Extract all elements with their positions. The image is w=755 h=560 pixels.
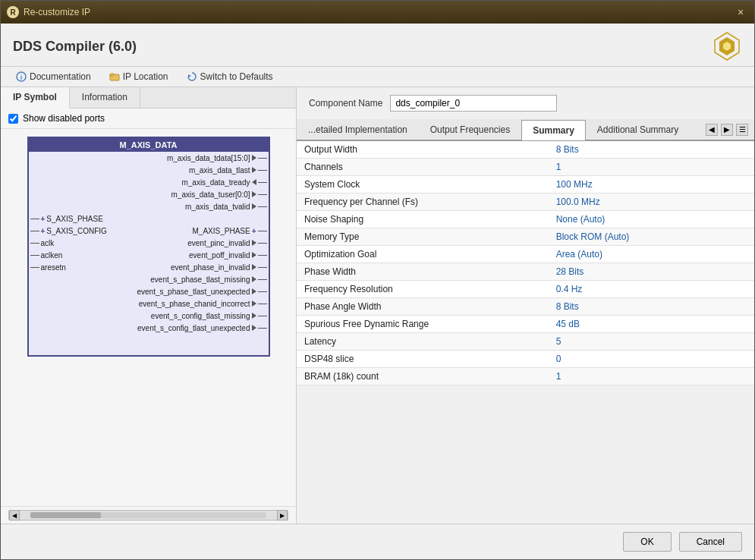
summary-label: Spurious Free Dynamic Range	[297, 316, 549, 333]
table-row: event_s_phase_chanid_incorrect	[29, 297, 269, 310]
tab-next-btn[interactable]: ▶	[721, 124, 733, 136]
summary-label: Memory Type	[297, 228, 549, 246]
tab-additional-summary[interactable]: Additional Summary	[586, 119, 690, 140]
tab-summary[interactable]: Summary	[521, 120, 586, 140]
summary-value: 8 Bits	[549, 298, 754, 316]
table-row: event_s_config_tlast_missing	[29, 310, 269, 322]
summary-label: Channels	[297, 159, 549, 176]
summary-value: 45 dB	[549, 316, 754, 333]
documentation-label: Documentation	[30, 71, 91, 82]
ok-button[interactable]: OK	[623, 532, 671, 552]
table-row: Noise ShapingNone (Auto)	[297, 211, 754, 228]
table-row: Memory TypeBlock ROM (Auto)	[297, 228, 754, 246]
scroll-left-btn[interactable]: ◀	[9, 510, 20, 521]
summary-value: 5	[549, 333, 754, 351]
tab-menu-btn[interactable]: ☰	[736, 124, 748, 136]
titlebar: R Re-customize IP ×	[1, 1, 754, 24]
summary-value: Block ROM (Auto)	[549, 228, 754, 246]
horizontal-scrollbar[interactable]: ◀ ▶	[1, 506, 296, 524]
component-name-row: Component Name	[297, 87, 754, 119]
table-row: Channels1	[297, 159, 754, 176]
summary-value: None (Auto)	[549, 211, 754, 228]
table-row: event_s_phase_tlast_missing	[29, 273, 269, 285]
app-logo	[712, 31, 742, 61]
table-row: Optimization GoalArea (Auto)	[297, 246, 754, 263]
port-arrow-right-icon	[252, 155, 256, 161]
table-row: Frequency per Channel (Fs)100.0 MHz	[297, 193, 754, 211]
summary-label: Latency	[297, 333, 549, 351]
refresh-icon	[187, 71, 197, 82]
component-name-input[interactable]	[390, 95, 557, 112]
summary-label: Phase Width	[297, 263, 549, 281]
table-row: m_axis_data_tlast	[29, 164, 269, 176]
tab-output-frequencies[interactable]: Output Frequencies	[419, 119, 521, 140]
summary-table: Output Width8 BitsChannels1System Clock1…	[297, 141, 754, 524]
close-button[interactable]: ×	[733, 5, 748, 20]
switch-defaults-label: Switch to Defaults	[200, 71, 273, 82]
summary-value: 8 Bits	[549, 141, 754, 159]
port-arrow-right-icon	[252, 325, 256, 331]
titlebar-app-icon: R	[7, 6, 19, 18]
ip-location-label: IP Location	[123, 71, 168, 82]
table-row: + S_AXIS_PHASE	[29, 212, 269, 225]
app-title: DDS Compiler (6.0)	[13, 39, 137, 55]
port-arrow-right-icon	[252, 276, 256, 282]
svg-marker-7	[188, 74, 191, 77]
summary-label: Frequency per Channel (Fs)	[297, 193, 549, 211]
cancel-button[interactable]: Cancel	[679, 532, 742, 552]
tab-detailed-implementation[interactable]: ...etailed Implementation	[297, 119, 419, 140]
show-disabled-checkbox[interactable]	[8, 114, 18, 124]
svg-text:i: i	[20, 74, 23, 81]
port-arrow-right-icon	[252, 288, 256, 294]
port-arrow-right-icon	[252, 240, 256, 246]
ip-symbol-header: M_AXIS_DATA	[29, 138, 269, 152]
footer: OK Cancel	[1, 524, 754, 559]
ip-location-button[interactable]: IP Location	[106, 70, 171, 83]
right-tabs: ...etailed Implementation Output Frequen…	[297, 119, 754, 141]
summary-label: Phase Angle Width	[297, 298, 549, 316]
summary-value: 0	[549, 351, 754, 368]
table-row: m_axis_data_tdata[15:0]	[29, 152, 269, 164]
summary-label: Optimization Goal	[297, 246, 549, 263]
port-arrow-right-icon	[252, 264, 256, 270]
port-arrow-right-icon	[252, 313, 256, 319]
summary-label: Output Width	[297, 141, 549, 159]
tab-information[interactable]: Information	[70, 87, 140, 108]
summary-value: 100.0 MHz	[549, 193, 754, 211]
port-arrow-right-icon	[252, 191, 256, 197]
tab-ip-symbol[interactable]: IP Symbol	[1, 87, 70, 109]
main-area: IP Symbol Information Show disabled port…	[1, 87, 754, 524]
scroll-track[interactable]	[30, 512, 266, 518]
tab-prev-btn[interactable]: ◀	[706, 124, 718, 136]
summary-value: 1	[549, 159, 754, 176]
summary-label: DSP48 slice	[297, 351, 549, 368]
documentation-button[interactable]: i Documentation	[13, 70, 94, 83]
summary-value: 28 Bits	[549, 263, 754, 281]
table-row: Frequency Resolution0.4 Hz	[297, 281, 754, 298]
scroll-thumb[interactable]	[30, 512, 101, 518]
summary-label: Noise Shaping	[297, 211, 549, 228]
switch-defaults-button[interactable]: Switch to Defaults	[184, 70, 276, 83]
titlebar-title: Re-customize IP	[24, 7, 90, 17]
scroll-right-btn[interactable]: ▶	[277, 510, 288, 521]
table-row: Spurious Free Dynamic Range45 dB	[297, 316, 754, 333]
titlebar-left: R Re-customize IP	[7, 6, 90, 18]
table-row: Phase Width28 Bits	[297, 263, 754, 281]
table-row: aresetn event_phase_in_invalid	[29, 261, 269, 273]
summary-label: System Clock	[297, 176, 549, 193]
table-row: DSP48 slice0	[297, 351, 754, 368]
table-row: aclken event_poff_invalid	[29, 249, 269, 261]
left-tabs-row: IP Symbol Information	[1, 87, 296, 109]
right-panel: Component Name ...etailed Implementation…	[297, 87, 754, 524]
app-header: DDS Compiler (6.0)	[1, 24, 754, 67]
show-disabled-label: Show disabled ports	[23, 113, 105, 124]
table-row: System Clock100 MHz	[297, 176, 754, 193]
symbol-canvas: M_AXIS_DATA m_axis_data_tdata[15:0]	[1, 129, 296, 506]
table-row: m_axis_data_tuser[0:0]	[29, 188, 269, 200]
table-row: event_s_config_tlast_unexpected	[29, 322, 269, 334]
summary-value: Area (Auto)	[549, 246, 754, 263]
ip-symbol-box: M_AXIS_DATA m_axis_data_tdata[15:0]	[27, 137, 270, 357]
show-disabled-row: Show disabled ports	[1, 109, 296, 129]
table-row: event_s_phase_tlast_unexpected	[29, 285, 269, 297]
main-window: R Re-customize IP × DDS Compiler (6.0) i	[0, 0, 755, 560]
